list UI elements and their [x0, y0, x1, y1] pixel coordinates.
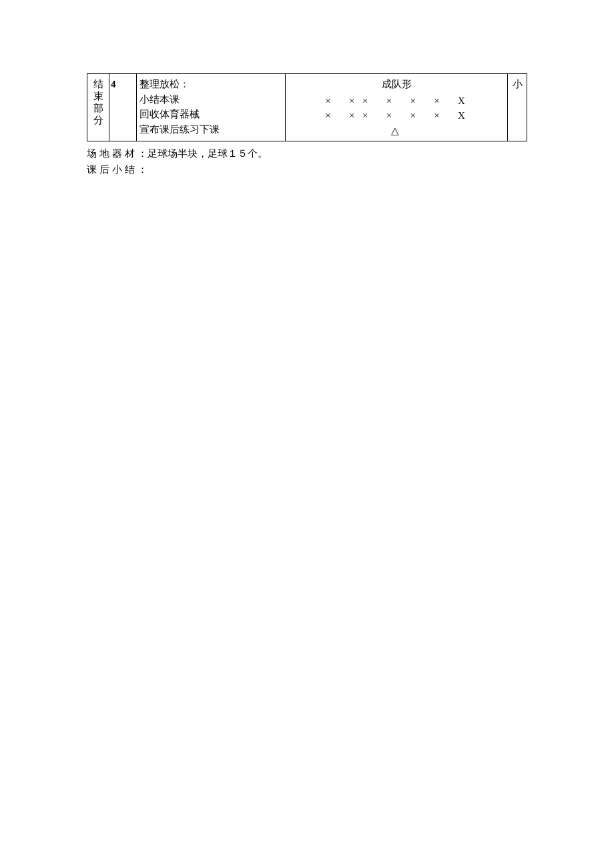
note-text: 小	[513, 79, 523, 89]
time-cell: 4	[109, 74, 137, 141]
formation-title: 成队形	[287, 77, 506, 92]
section-label-char: 结	[93, 78, 103, 90]
activity-line: 整理放松：	[138, 77, 284, 92]
formation-cell: 成队形 × × × × × × X × × × × × × X △	[286, 74, 508, 141]
section-label-char: 部	[93, 102, 103, 114]
activities-cell: 整理放松： 小结本课 回收体育器械 宣布课后练习下课	[137, 74, 286, 141]
formation-block: 成队形 × × × × × × X × × × × × × X △	[287, 77, 506, 138]
colon: ：	[137, 148, 147, 159]
section-label-char: 束	[93, 90, 103, 102]
section-label: 结 束 部 分	[89, 77, 107, 127]
formation-teacher: △	[287, 123, 506, 139]
time-value: 4	[111, 79, 116, 89]
colon: ：	[137, 164, 147, 175]
equipment-line: 场地器材：足球场半块，足球１５个。	[87, 145, 527, 161]
lesson-table: 结 束 部 分 4 整理放松： 小结本课 回收体育器械 宣布课后练习下课 成队形…	[87, 73, 527, 141]
section-label-cell: 结 束 部 分	[87, 74, 109, 141]
formation-row: × × × × × × X	[287, 108, 506, 123]
activity-line: 回收体育器械	[138, 107, 284, 122]
formation-row: × × × × × × X	[287, 93, 506, 109]
note-cell: 小	[508, 74, 527, 141]
footer-block: 场地器材：足球场半块，足球１５个。 课后小结：	[87, 145, 527, 177]
activity-line: 宣布课后练习下课	[138, 122, 284, 137]
table-row: 结 束 部 分 4 整理放松： 小结本课 回收体育器械 宣布课后练习下课 成队形…	[87, 74, 527, 141]
equipment-value: 足球场半块，足球１５个。	[147, 148, 268, 159]
activity-line: 小结本课	[138, 92, 284, 107]
equipment-label: 场地器材	[87, 148, 137, 159]
summary-label: 课后小结	[87, 164, 137, 175]
section-label-char: 分	[93, 114, 103, 126]
summary-line: 课后小结：	[87, 161, 527, 177]
